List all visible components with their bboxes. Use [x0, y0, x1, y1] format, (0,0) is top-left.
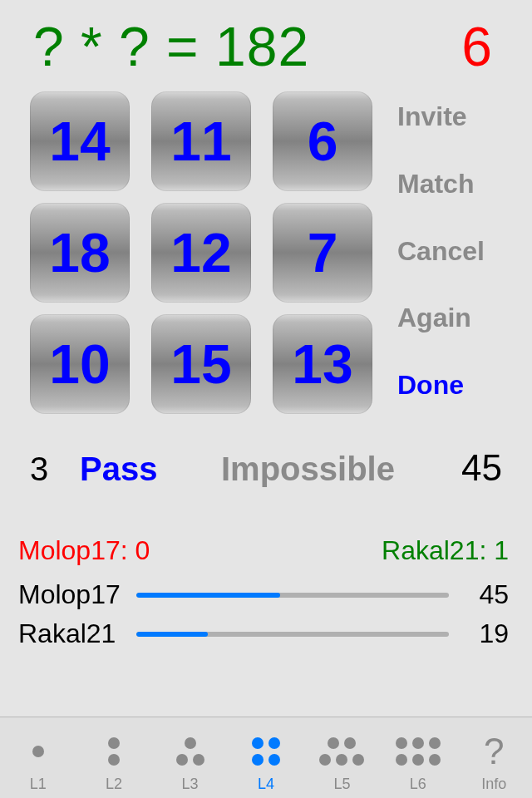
tile-6[interactable]: 10 [30, 314, 130, 414]
equation-text: ? * ? = 182 [33, 15, 461, 78]
sidebar-done[interactable]: Done [397, 365, 515, 406]
sidebar-match[interactable]: Match [397, 164, 515, 204]
pass-button[interactable]: Pass [80, 451, 221, 488]
status-total: 45 [461, 447, 502, 489]
timer-value: 6 [461, 15, 499, 78]
tab-l5-label: L5 [333, 776, 350, 793]
player2-bar [136, 632, 449, 637]
dots-icon [252, 731, 280, 772]
number-grid: 14 11 6 18 12 7 10 15 13 [30, 91, 372, 414]
tile-7[interactable]: 15 [151, 314, 251, 414]
sidebar-cancel[interactable]: Cancel [397, 231, 515, 272]
tab-l3-label: L3 [182, 776, 199, 793]
dots-icon [108, 731, 120, 772]
player2-row: Rakal21 19 [18, 618, 509, 649]
tile-4[interactable]: 12 [151, 203, 251, 303]
question-mark-icon: ? [484, 731, 504, 772]
player1-value: 45 [461, 579, 509, 610]
tab-l2-label: L2 [106, 776, 122, 793]
tab-l6[interactable]: L6 [380, 717, 456, 798]
score-headers: Molop17: 0 Rakal21: 1 [18, 535, 509, 566]
player2-bar-fill [136, 632, 208, 637]
player1-name: Molop17 [18, 579, 125, 610]
player1-bar [136, 593, 449, 598]
tab-info-label: Info [481, 776, 506, 793]
player2-name: Rakal21 [18, 618, 125, 649]
dots-icon [319, 731, 364, 772]
tile-1[interactable]: 11 [151, 91, 251, 191]
dots-icon [396, 731, 441, 772]
tab-l5[interactable]: L5 [304, 717, 380, 798]
tile-0[interactable]: 14 [30, 91, 130, 191]
sidebar-again[interactable]: Again [397, 298, 515, 338]
tab-l4[interactable]: L4 [228, 717, 303, 798]
dots-icon [32, 731, 44, 772]
player1-bar-fill [136, 593, 280, 598]
tile-5[interactable]: 7 [273, 203, 372, 303]
tab-l6-label: L6 [410, 776, 426, 793]
tab-l2[interactable]: L2 [76, 717, 151, 798]
tab-l1-label: L1 [30, 776, 47, 793]
tab-l4-label: L4 [258, 776, 274, 793]
tile-3[interactable]: 18 [30, 203, 130, 303]
status-count: 3 [30, 451, 80, 488]
sidebar: Invite Match Cancel Again Done [397, 91, 515, 414]
main-area: 14 11 6 18 12 7 10 15 13 Invite Match Ca… [0, 86, 532, 414]
tab-l3[interactable]: L3 [152, 717, 228, 798]
tab-info[interactable]: ? Info [456, 717, 532, 798]
scores-panel: Molop17: 0 Rakal21: 1 Molop17 45 Rakal21… [0, 505, 532, 649]
player2-score-header: Rakal21: 1 [382, 535, 509, 566]
header: ? * ? = 182 6 [0, 0, 532, 86]
status-row: 3 Pass Impossible 45 [0, 414, 532, 505]
sidebar-invite[interactable]: Invite [397, 96, 515, 137]
tile-8[interactable]: 13 [273, 314, 372, 414]
dots-icon [176, 731, 204, 772]
tab-bar: L1 L2 L3 L4 L5 L6 ? [0, 717, 532, 798]
player1-score-header: Molop17: 0 [18, 535, 150, 566]
player2-value: 19 [461, 618, 509, 649]
impossible-button[interactable]: Impossible [221, 451, 461, 488]
tab-l1[interactable]: L1 [0, 717, 76, 798]
player1-row: Molop17 45 [18, 579, 509, 610]
tile-2[interactable]: 6 [273, 91, 372, 191]
